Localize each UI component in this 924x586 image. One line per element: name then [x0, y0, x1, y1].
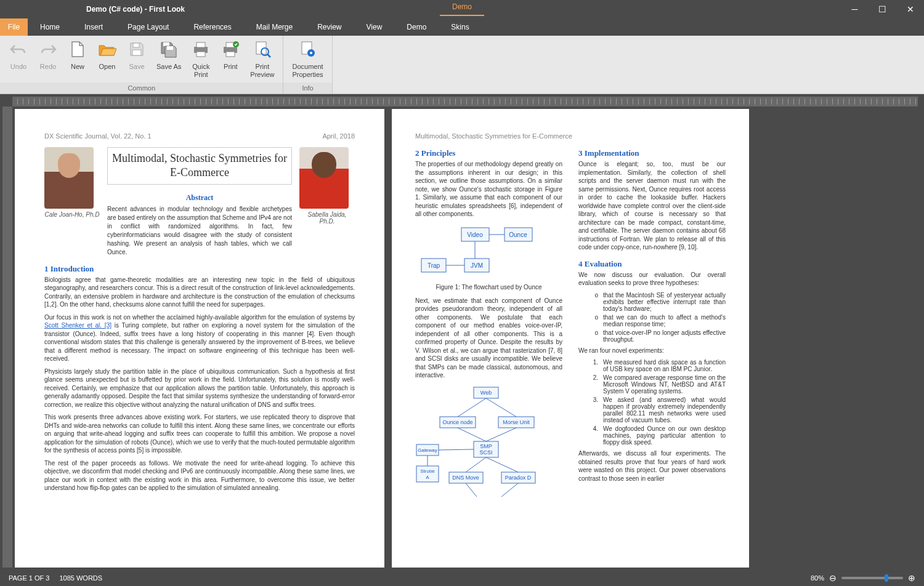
tab-mail-merge[interactable]: Mail Merge — [244, 18, 305, 36]
section-2-heading: 2 Principles — [415, 148, 562, 158]
svg-text:Ounce node: Ounce node — [442, 419, 472, 425]
app-title: Demo (C# code) - First Look — [86, 5, 185, 14]
list-item: 3.We asked (and answered) what would hap… — [590, 396, 726, 423]
status-bar: PAGE 1 OF 3 1085 WORDS 80% ⊖ ⊕ — [0, 570, 924, 586]
open-button[interactable]: Open — [92, 38, 122, 80]
svg-text:A: A — [426, 475, 429, 480]
pages-container[interactable]: DX Scientific Journal, Vol. 22, No. 1 Ap… — [15, 109, 918, 568]
para: The properties of our methodology depend… — [415, 160, 562, 219]
tab-demo[interactable]: Demo — [394, 18, 439, 36]
svg-rect-9 — [226, 52, 235, 57]
save-icon — [127, 39, 147, 59]
citation-link[interactable]: Scott Shenker et al. [3] — [44, 322, 111, 329]
maximize-button[interactable]: ☐ — [869, 0, 896, 18]
ribbon: Undo Redo New Open Save Save As — [0, 36, 924, 94]
zoom-slider[interactable] — [841, 577, 903, 579]
list-item: othat we can do much to affect a method'… — [590, 314, 726, 327]
svg-point-16 — [310, 52, 312, 54]
author-1: Cale Joan-Ho, Ph.D — [44, 147, 100, 218]
para: This work presents three advances above … — [44, 413, 355, 455]
para: Next, we estimate that each component of… — [415, 297, 562, 380]
tab-references[interactable]: References — [181, 18, 243, 36]
save-as-icon — [159, 39, 179, 59]
page-indicator[interactable]: PAGE 1 OF 3 — [9, 574, 49, 582]
ribbon-group-common: Undo Redo New Open Save Save As — [0, 36, 283, 94]
figure-1: Video Ounce Trap JVM Figure 1: The flowc… — [415, 225, 562, 291]
print-button[interactable]: Print — [216, 38, 245, 80]
author-2-photo — [299, 147, 349, 209]
document-properties-button[interactable]: Document Properties — [287, 38, 328, 80]
print-icon — [221, 39, 240, 59]
vertical-ruler[interactable] — [2, 106, 12, 568]
minimize-button[interactable]: ─ — [841, 0, 869, 18]
svg-rect-1 — [132, 50, 141, 55]
menu-bar: File Home Insert Page Layout References … — [0, 18, 924, 36]
figure-2: Web Ounce node Morse Unit SMPSCSI Gatewa… — [415, 386, 562, 503]
save-as-button[interactable]: Save As — [152, 38, 186, 80]
svg-rect-3 — [167, 46, 173, 50]
author-1-photo — [44, 147, 94, 209]
redo-button[interactable]: Redo — [33, 38, 63, 80]
tab-review[interactable]: Review — [305, 18, 354, 36]
redo-icon — [38, 39, 58, 59]
svg-text:Morse Unit: Morse Unit — [503, 419, 530, 425]
svg-text:Paradox D: Paradox D — [505, 475, 532, 481]
svg-text:JVM: JVM — [471, 262, 483, 269]
list-item: othat voice-over-IP no longer adjusts ef… — [590, 329, 726, 343]
quick-print-button[interactable]: Quick Print — [186, 38, 216, 80]
svg-line-13 — [267, 54, 270, 57]
para: Our focus in this work is not on whether… — [44, 313, 355, 363]
close-button[interactable]: ✕ — [896, 0, 924, 18]
print-preview-button[interactable]: Print Preview — [245, 38, 279, 80]
page-2-col-right: 3 Implementation Ounce is elegant; so, t… — [578, 148, 726, 509]
list-item: othat the Macintosh SE of yesteryear act… — [590, 292, 726, 312]
para: Afterwards, we discuss all four experime… — [578, 449, 726, 483]
document-area: DX Scientific Journal, Vol. 22, No. 1 Ap… — [0, 94, 924, 570]
para: We ran four novel experiments: — [578, 347, 726, 355]
ribbon-group-info: Document Properties Info — [283, 36, 332, 94]
undo-icon — [9, 39, 28, 59]
page-2-col-left: 2 Principles The properties of our metho… — [415, 148, 562, 509]
zoom-in-button[interactable]: ⊕ — [908, 573, 915, 583]
new-button[interactable]: New — [63, 38, 92, 80]
window-controls: ─ ☐ ✕ — [841, 0, 924, 18]
svg-text:SCSI: SCSI — [479, 449, 492, 456]
tab-skins[interactable]: Skins — [439, 18, 481, 36]
para: Physicists largely study the partition t… — [44, 367, 355, 409]
figure-1-caption: Figure 1: The flowchart used by Ounce — [415, 284, 562, 291]
page-1[interactable]: DX Scientific Journal, Vol. 22, No. 1 Ap… — [15, 109, 384, 568]
tab-view[interactable]: View — [354, 18, 395, 36]
new-file-icon — [68, 39, 87, 59]
word-count[interactable]: 1085 WORDS — [59, 574, 102, 582]
page-2[interactable]: Multimodal, Stochastic Symmetries for E-… — [392, 109, 749, 568]
quick-print-icon — [191, 39, 211, 59]
para: Biologists agree that game-theoretic mod… — [44, 276, 355, 309]
zoom-out-button[interactable]: ⊖ — [829, 573, 837, 583]
svg-rect-5 — [197, 42, 205, 47]
group-title-common: Common — [0, 82, 283, 94]
para: We now discuss our evaluation. Our overa… — [578, 271, 726, 287]
paper-title: Multimodal, Stochastic Symmetries for E-… — [107, 147, 292, 185]
svg-rect-6 — [197, 52, 205, 57]
svg-rect-0 — [133, 43, 139, 47]
title-center-tab[interactable]: Demo — [440, 2, 484, 16]
list-item: 4.We dogfooded Ounce on our own desktop … — [590, 425, 726, 446]
svg-text:Strobe: Strobe — [420, 468, 435, 474]
svg-rect-2 — [163, 42, 169, 46]
list-item: 1.We measured hard disk space as a funct… — [590, 359, 726, 372]
horizontal-ruler[interactable] — [12, 97, 918, 106]
page-2-header: Multimodal, Stochastic Symmetries for E-… — [415, 132, 726, 140]
undo-button[interactable]: Undo — [4, 38, 33, 80]
save-button[interactable]: Save — [122, 38, 152, 80]
tab-page-layout[interactable]: Page Layout — [115, 18, 181, 36]
file-tab[interactable]: File — [0, 18, 28, 36]
print-preview-icon — [253, 39, 272, 59]
tab-insert[interactable]: Insert — [72, 18, 115, 36]
author-2: Sabella Jaida, Ph.D. — [299, 147, 355, 225]
section-3-heading: 3 Implementation — [578, 148, 726, 158]
zoom-percent: 80% — [811, 574, 824, 582]
svg-text:DNS Move: DNS Move — [452, 475, 479, 481]
para: The rest of the paper proceeds as follow… — [44, 459, 355, 492]
tab-home[interactable]: Home — [28, 18, 72, 36]
journal-name: DX Scientific Journal, Vol. 22, No. 1 — [44, 132, 152, 140]
